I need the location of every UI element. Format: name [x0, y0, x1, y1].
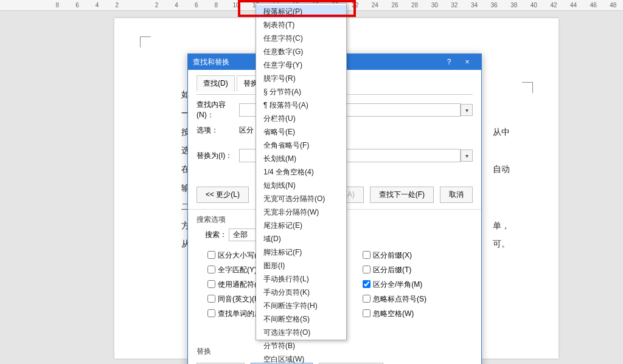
menu-item-quarter-em-space[interactable]: 1/4 全角空格(4): [256, 165, 346, 179]
menu-item-nonbreak-space[interactable]: 不间断空格(S): [256, 312, 346, 326]
search-direction-label: 搜索：: [205, 230, 227, 239]
check-suffix[interactable]: 区分后缀(T): [360, 263, 473, 275]
menu-item-paragraph-mark[interactable]: 段落标记(P): [256, 5, 346, 18]
doc-text: 从中: [493, 123, 510, 142]
less-button[interactable]: << 更少(L): [197, 187, 249, 203]
menu-item-optional-hyphen[interactable]: 可选连字符(O): [256, 326, 346, 339]
menu-item-column-break[interactable]: 分栏符(U): [256, 112, 346, 125]
menu-item-manual-line-break[interactable]: 手动换行符(L): [256, 272, 346, 286]
doc-text: 自动: [493, 160, 510, 179]
replace-dropdown[interactable]: ▾: [461, 149, 473, 162]
menu-item-full-ellipsis[interactable]: 全角省略号(F): [256, 139, 346, 152]
menu-item-nonbreak-hyphen[interactable]: 不间断连字符(H): [256, 299, 346, 312]
menu-item-graphic[interactable]: 图形(I): [256, 259, 346, 272]
special-format-menu: 段落标记(P) 制表符(T) 任意字符(C) 任意数字(G) 任意字母(Y) 脱…: [256, 3, 347, 340]
menu-item-endnote-mark[interactable]: 尾注标记(E): [256, 219, 346, 232]
menu-item-caret[interactable]: 脱字号(R): [256, 72, 346, 85]
find-next-button[interactable]: 查找下一处(F): [370, 187, 434, 203]
menu-item-any-digit[interactable]: 任意数字(G): [256, 45, 346, 58]
corner-tl-icon: [140, 36, 151, 47]
menu-item-paragraph-symbol[interactable]: ¶ 段落符号(A): [256, 98, 346, 112]
check-ignore-space[interactable]: 忽略空格(W): [360, 306, 473, 319]
menu-item-no-width-nonbreak[interactable]: 无宽非分隔符(W): [256, 205, 346, 219]
menu-item-manual-page-break[interactable]: 手动分页符(K): [256, 286, 346, 299]
menu-item-any-char[interactable]: 任意字符(C): [256, 32, 346, 45]
options-label: 选项：: [197, 125, 239, 136]
menu-item-any-letter[interactable]: 任意字母(Y): [256, 58, 346, 72]
options-value: 区分: [239, 125, 254, 136]
menu-item-field[interactable]: 域(D): [256, 232, 346, 246]
menu-item-section-break[interactable]: 分节符(B): [256, 339, 346, 352]
menu-item-tab-char[interactable]: 制表符(T): [256, 18, 346, 32]
menu-item-optional-break[interactable]: 无宽可选分隔符(O): [256, 192, 346, 205]
replace-label: 替换为(I)：: [197, 151, 239, 161]
menu-item-white-space[interactable]: 空白区域(W): [256, 352, 346, 364]
cancel-button[interactable]: 取消: [440, 187, 473, 203]
find-label: 查找内容(N)：: [197, 100, 239, 120]
corner-tr-icon: [522, 82, 533, 93]
doc-text: 单，: [493, 216, 510, 235]
menu-item-footnote-mark[interactable]: 脚注标记(F): [256, 246, 346, 259]
menu-item-section[interactable]: § 分节符(A): [256, 85, 346, 98]
help-button[interactable]: ?: [440, 58, 458, 66]
menu-item-en-dash[interactable]: 短划线(N): [256, 179, 346, 192]
menu-item-ellipsis[interactable]: 省略号(E): [256, 125, 346, 139]
check-ignore-punct[interactable]: 忽略标点符号(S): [360, 292, 473, 304]
doc-text: 可。: [493, 235, 510, 253]
check-prefix[interactable]: 区分前缀(X): [360, 248, 473, 261]
find-dropdown[interactable]: ▾: [461, 104, 473, 116]
check-full-half-width[interactable]: 区分全/半角(M): [360, 277, 473, 290]
menu-item-em-dash[interactable]: 长划线(M): [256, 152, 346, 165]
close-button[interactable]: ×: [458, 58, 476, 66]
tab-find[interactable]: 查找(D): [197, 75, 235, 91]
